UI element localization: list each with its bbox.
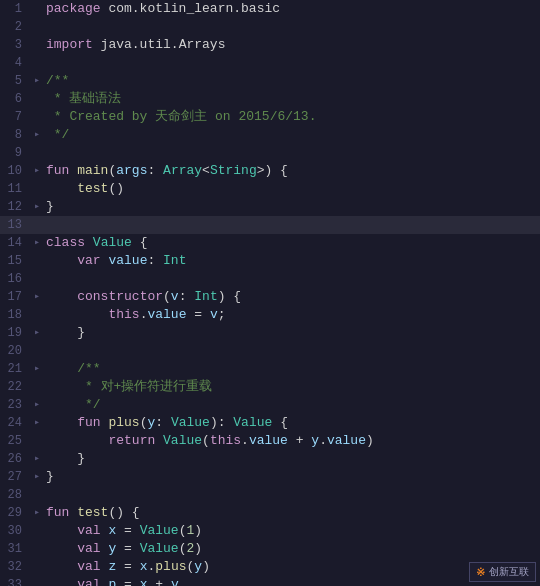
kw-token: import: [46, 37, 93, 52]
line-number: 5: [0, 72, 30, 90]
table-row: 33 val p = x + y: [0, 576, 540, 586]
line-number: 7: [0, 108, 30, 126]
code-content: }: [44, 450, 540, 468]
line-number: 23: [0, 396, 30, 414]
plain-token: [85, 235, 93, 250]
plain-token: [46, 559, 77, 574]
fold-gutter[interactable]: ▸: [30, 504, 44, 522]
comment-token: */: [46, 127, 69, 142]
table-row: 21▸ /**: [0, 360, 540, 378]
code-content: this.value = v;: [44, 306, 540, 324]
line-number: 25: [0, 432, 30, 450]
fold-gutter[interactable]: ▸: [30, 414, 44, 432]
plain-token: }: [46, 325, 85, 340]
line-number: 26: [0, 450, 30, 468]
kw-token: val: [77, 541, 100, 556]
kw-token: return: [108, 433, 155, 448]
plain-token: [46, 577, 77, 586]
plain-token: ) {: [218, 289, 241, 304]
code-lines: 1package com.kotlin_learn.basic2 3import…: [0, 0, 540, 586]
line-number: 22: [0, 378, 30, 396]
table-row: 4: [0, 54, 540, 72]
fold-gutter[interactable]: ▸: [30, 288, 44, 306]
plain-token: {: [272, 415, 288, 430]
code-content: var value: Int: [44, 252, 540, 270]
plain-token: [46, 289, 77, 304]
line-number: 28: [0, 486, 30, 504]
table-row: 20: [0, 342, 540, 360]
plain-token: (: [163, 289, 171, 304]
var-token: y: [171, 577, 179, 586]
line-number: 32: [0, 558, 30, 576]
var-token: value: [108, 253, 147, 268]
var-token: args: [116, 163, 147, 178]
fold-gutter[interactable]: ▸: [30, 360, 44, 378]
fold-gutter[interactable]: ▸: [30, 324, 44, 342]
fold-gutter[interactable]: ▸: [30, 396, 44, 414]
line-number: 9: [0, 144, 30, 162]
table-row: 23▸ */: [0, 396, 540, 414]
type-token: Value: [163, 433, 202, 448]
kw-token: fun: [77, 415, 100, 430]
code-content: fun test() {: [44, 504, 540, 522]
plain-token: ): [194, 541, 202, 556]
line-number: 14: [0, 234, 30, 252]
fold-gutter[interactable]: ▸: [30, 198, 44, 216]
code-content: * 基础语法: [44, 90, 540, 108]
table-row: 12▸}: [0, 198, 540, 216]
plain-token: [46, 541, 77, 556]
plain-token: <: [202, 163, 210, 178]
plain-token: [46, 523, 77, 538]
fold-gutter[interactable]: ▸: [30, 450, 44, 468]
var-token: v: [210, 307, 218, 322]
table-row: 32 val z = x.plus(y): [0, 558, 540, 576]
fn-token: plus: [155, 559, 186, 574]
fold-gutter[interactable]: ▸: [30, 468, 44, 486]
fold-gutter[interactable]: ▸: [30, 126, 44, 144]
plain-token: :: [147, 253, 163, 268]
fold-gutter[interactable]: ▸: [30, 72, 44, 90]
line-number: 24: [0, 414, 30, 432]
plain-token: =: [186, 307, 209, 322]
table-row: 19▸ }: [0, 324, 540, 342]
line-number: 15: [0, 252, 30, 270]
plain-token: ): [366, 433, 374, 448]
line-number: 2: [0, 18, 30, 36]
kw-token: package: [46, 1, 101, 16]
type-token: Int: [194, 289, 217, 304]
type-token: Array: [163, 163, 202, 178]
comment-token: */: [46, 397, 101, 412]
fold-gutter[interactable]: ▸: [30, 162, 44, 180]
plain-token: {: [132, 235, 148, 250]
line-number: 33: [0, 576, 30, 586]
fn-token: test: [77, 181, 108, 196]
watermark: ※ 创新互联: [469, 562, 536, 582]
table-row: 10▸fun main(args: Array<String>) {: [0, 162, 540, 180]
plain-token: :: [179, 289, 195, 304]
type-token: Value: [233, 415, 272, 430]
table-row: 1package com.kotlin_learn.basic: [0, 0, 540, 18]
table-row: 5▸/**: [0, 72, 540, 90]
line-number: 30: [0, 522, 30, 540]
line-number: 20: [0, 342, 30, 360]
var-token: y: [311, 433, 319, 448]
var-token: value: [327, 433, 366, 448]
type-token: Int: [163, 253, 186, 268]
code-content: }: [44, 198, 540, 216]
line-number: 27: [0, 468, 30, 486]
table-row: 30 val x = Value(1): [0, 522, 540, 540]
kw-token: this: [108, 307, 139, 322]
code-content: import java.util.Arrays: [44, 36, 540, 54]
table-row: 16: [0, 270, 540, 288]
line-number: 13: [0, 216, 30, 234]
fold-gutter[interactable]: ▸: [30, 234, 44, 252]
line-number: 31: [0, 540, 30, 558]
table-row: 11 test(): [0, 180, 540, 198]
plain-token: [46, 433, 108, 448]
code-content: }: [44, 324, 540, 342]
plain-token: =: [116, 559, 139, 574]
line-number: 21: [0, 360, 30, 378]
plain-token: =: [116, 523, 139, 538]
kw-token: val: [77, 523, 100, 538]
kw-token: val: [77, 577, 100, 586]
